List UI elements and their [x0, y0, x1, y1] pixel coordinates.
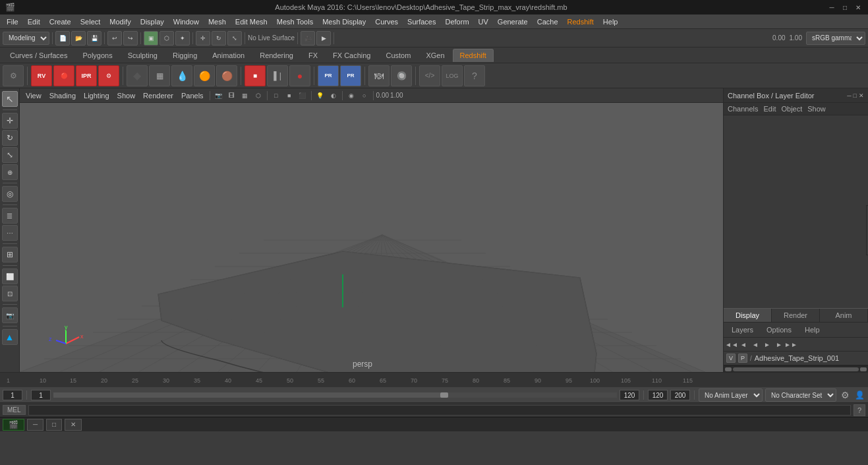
scroll-right-btn[interactable] — [860, 367, 867, 371]
anim-layer-dropdown[interactable]: No Anim Layer — [699, 388, 763, 402]
timeline-extra-btn[interactable]: 👤 — [854, 389, 865, 401]
shelf-tab-polygons[interactable]: Polygons — [75, 49, 119, 62]
range-end-display[interactable]: 120 — [648, 390, 668, 400]
menu-mesh[interactable]: Mesh — [204, 16, 230, 27]
shelf-rs-mat-icon[interactable]: ◆ — [127, 65, 148, 86]
color-space-dropdown[interactable]: sRGB gamma — [806, 32, 865, 45]
vp-isolate-btn[interactable]: ◉ — [345, 90, 357, 102]
menu-surfaces[interactable]: Surfaces — [403, 16, 440, 27]
range-thumb[interactable] — [440, 392, 448, 398]
vp-xray-btn[interactable]: ○ — [359, 90, 370, 102]
move-button[interactable]: ✛ — [2, 113, 18, 129]
scale-button[interactable]: ⤡ — [2, 147, 18, 163]
menu-help[interactable]: Help — [599, 16, 622, 27]
taskbar-close-btn[interactable]: ✕ — [65, 419, 82, 431]
layer-prev-frame-btn[interactable]: ◄ — [750, 339, 761, 350]
max-frame-display[interactable]: 200 — [670, 390, 690, 400]
menu-deform[interactable]: Deform — [441, 16, 473, 27]
playback-start-display[interactable]: 1 — [31, 390, 51, 400]
quick-layout-button[interactable]: ⊞ — [2, 247, 18, 263]
menu-uv[interactable]: UV — [475, 16, 492, 27]
playback-end-display[interactable]: 120 — [620, 390, 639, 400]
shelf-pr-icon1[interactable]: PR — [318, 65, 339, 86]
layer-next-next-btn[interactable]: ►► — [786, 339, 796, 350]
shelf-settings-icon[interactable]: ⚙ — [3, 65, 24, 86]
shelf-tab-animation[interactable]: Animation — [205, 49, 252, 62]
ipr-button[interactable]: ▶ — [316, 31, 331, 46]
shelf-tab-rendering[interactable]: Rendering — [252, 49, 301, 62]
vp-menu-lighting[interactable]: Lighting — [80, 91, 113, 100]
restore-button[interactable]: □ — [840, 3, 850, 12]
shelf-rs-plate-icon[interactable]: 🍽 — [368, 65, 390, 86]
taskbar-restore-btn[interactable]: □ — [46, 419, 62, 431]
menu-window[interactable]: Window — [169, 16, 203, 27]
save-scene-button[interactable]: 💾 — [87, 31, 101, 46]
layer-visibility-btn[interactable]: V — [726, 354, 736, 363]
shelf-rv-icon[interactable]: RV — [31, 65, 52, 86]
open-scene-button[interactable]: 📂 — [71, 31, 86, 46]
taskbar-maya-btn[interactable]: 🎬 — [3, 419, 24, 431]
channel-edit-label[interactable]: Edit — [763, 105, 776, 113]
panel-minimize-btn[interactable]: ─ — [847, 92, 851, 99]
vp-menu-shading[interactable]: Shading — [46, 91, 79, 100]
shelf-rs-grid-icon[interactable]: ▦ — [149, 65, 170, 86]
rp-subtab-options[interactable]: Options — [761, 325, 797, 335]
rp-tab-display[interactable]: Display — [724, 309, 772, 322]
timeline-prefs-btn[interactable]: ⚙ — [839, 389, 851, 401]
vp-menu-show[interactable]: Show — [114, 91, 139, 100]
menu-mesh-display[interactable]: Mesh Display — [318, 16, 370, 27]
vp-texture-btn[interactable]: ⬛ — [297, 90, 308, 102]
universal-manip-button[interactable]: ⊕ — [2, 164, 18, 180]
shelf-rs-circle-icon[interactable]: ● — [289, 65, 310, 86]
vp-shaded-btn[interactable]: ■ — [283, 90, 295, 102]
shelf-tab-redshift[interactable]: Redshift — [453, 49, 494, 62]
playback-range-bar[interactable] — [53, 392, 617, 398]
axis-display-button[interactable]: ▲ — [2, 329, 18, 345]
new-scene-button[interactable]: 📄 — [55, 31, 70, 46]
channel-object-label[interactable]: Object — [781, 105, 802, 113]
help-button[interactable]: ? — [854, 404, 865, 416]
shelf-tab-fx-caching[interactable]: FX Caching — [326, 49, 378, 62]
shelf-rs-settings-icon[interactable]: ⚙ — [98, 65, 119, 86]
timeline-ruler[interactable]: 1 10 15 20 25 30 35 40 45 50 55 60 65 70… — [0, 373, 868, 387]
layer-prev-btn[interactable]: ◄ — [738, 339, 749, 350]
shelf-rs-cloud-icon[interactable]: 🟤 — [216, 65, 237, 86]
shelf-rs-log-icon[interactable]: LOG — [442, 65, 463, 86]
vp-menu-panels[interactable]: Panels — [178, 91, 207, 100]
char-set-dropdown[interactable]: No Character Set — [765, 388, 836, 402]
vp-display-btn[interactable]: □ — [270, 90, 282, 102]
menu-cache[interactable]: Cache — [533, 16, 562, 27]
shelf-tab-xgen[interactable]: XGen — [419, 49, 451, 62]
menu-edit[interactable]: Edit — [24, 16, 44, 27]
vp-grid-btn[interactable]: ▦ — [239, 90, 251, 102]
resolution-gate-button[interactable]: ⬜ — [2, 268, 18, 284]
layer-next-frame-btn[interactable]: ► — [762, 339, 772, 350]
viewport[interactable]: View Shading Lighting Show Renderer Pane… — [20, 88, 723, 372]
layer-prev-prev-btn[interactable]: ◄◄ — [726, 339, 737, 350]
rotate-tool-button[interactable]: ↻ — [212, 31, 226, 46]
workspace-dropdown[interactable]: Modeling — [3, 32, 49, 45]
snap-grid-button[interactable]: ⋯ — [2, 225, 18, 241]
menu-create[interactable]: Create — [45, 16, 75, 27]
panel-expand-btn[interactable]: □ — [854, 92, 857, 99]
shelf-rs-code-icon[interactable]: </> — [419, 65, 440, 86]
select-mode-button[interactable]: ↖ — [2, 91, 18, 107]
shelf-tab-sculpting[interactable]: Sculpting — [121, 49, 165, 62]
shelf-rs-red-cube-icon[interactable]: ■ — [245, 65, 266, 86]
menu-curves[interactable]: Curves — [371, 16, 402, 27]
shelf-rs-help-icon[interactable]: ? — [464, 65, 485, 86]
command-input[interactable] — [28, 405, 851, 416]
menu-file[interactable]: File — [3, 16, 22, 27]
shelf-ipr-icon[interactable]: IPR — [76, 65, 97, 86]
menu-generate[interactable]: Generate — [494, 16, 532, 27]
vp-menu-view[interactable]: View — [22, 91, 45, 100]
current-frame-display[interactable]: 1 — [3, 390, 22, 400]
paint-select-button[interactable]: ✦ — [175, 31, 190, 46]
scale-tool-button[interactable]: ⤡ — [227, 31, 242, 46]
menu-select[interactable]: Select — [76, 16, 105, 27]
vp-light-btn[interactable]: 💡 — [314, 90, 326, 102]
shelf-pr-icon2[interactable]: PR — [340, 65, 361, 86]
frame-all-button[interactable]: ⊡ — [2, 286, 18, 301]
shelf-tab-fx[interactable]: FX — [301, 49, 325, 62]
minimize-button[interactable]: ─ — [827, 3, 836, 12]
